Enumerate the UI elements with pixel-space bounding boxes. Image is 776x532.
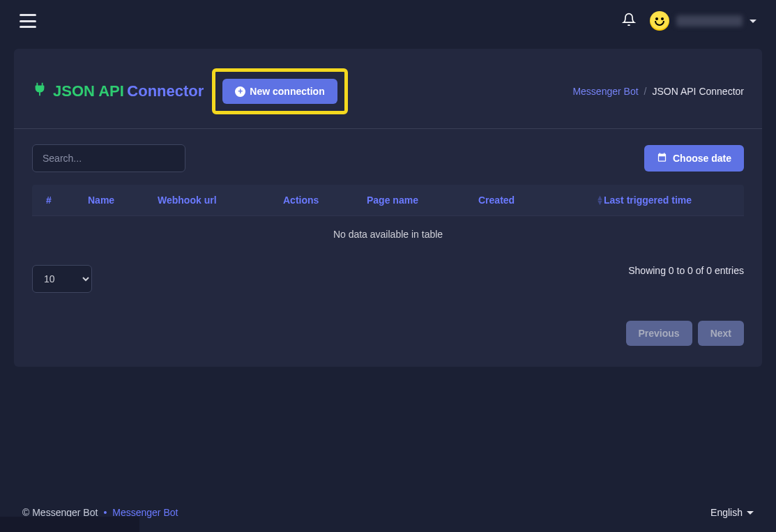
avatar: [650, 11, 669, 31]
top-bar: [0, 0, 776, 42]
table-footer: 10 Showing 0 to 0 of 0 entries: [32, 265, 744, 293]
panel-header: JSON API Connector + New connection Mess…: [14, 49, 762, 129]
breadcrumb-separator: /: [644, 86, 647, 97]
search-input[interactable]: [32, 144, 185, 172]
previous-button[interactable]: Previous: [626, 321, 692, 346]
col-created[interactable]: Created▲▼: [478, 195, 604, 206]
breadcrumb: Messenger Bot / JSON API Connector: [572, 86, 744, 97]
col-actions[interactable]: Actions: [283, 195, 367, 206]
username-text: [676, 15, 743, 26]
chevron-down-icon: [750, 20, 756, 23]
plug-icon: [32, 82, 47, 101]
breadcrumb-parent[interactable]: Messenger Bot: [572, 86, 638, 97]
breadcrumb-current: JSON API Connector: [652, 86, 744, 97]
chevron-down-icon: [747, 511, 754, 515]
new-connection-button[interactable]: + New connection: [222, 79, 337, 104]
col-page-name[interactable]: Page name: [367, 195, 478, 206]
page-size-select[interactable]: 10: [32, 265, 92, 293]
col-webhook[interactable]: Webhook url: [158, 195, 283, 206]
status-bar-overlay: [0, 517, 139, 532]
notifications-bell-icon[interactable]: [622, 13, 636, 30]
col-name[interactable]: Name: [88, 195, 158, 206]
panel-body: Choose date # Name Webhook url Actions P…: [14, 129, 762, 367]
pagination: Previous Next: [32, 321, 744, 346]
entries-info: Showing 0 to 0 of 0 entries: [628, 265, 744, 276]
table-empty-message: No data available in table: [32, 215, 744, 252]
choose-date-button[interactable]: Choose date: [644, 145, 744, 172]
col-index[interactable]: #: [46, 195, 88, 206]
highlight-box: + New connection: [212, 68, 347, 114]
title-part2: Connector: [127, 82, 204, 100]
title-part1: JSON API: [53, 82, 124, 100]
table-header-row: # Name Webhook url Actions Page name Cre…: [32, 185, 744, 215]
plus-circle-icon: +: [235, 86, 245, 97]
menu-toggle-icon[interactable]: [20, 14, 36, 28]
next-button[interactable]: Next: [698, 321, 744, 346]
calendar-icon: [657, 152, 667, 165]
data-table: # Name Webhook url Actions Page name Cre…: [32, 185, 744, 252]
topbar-right: [622, 11, 756, 31]
choose-date-label: Choose date: [673, 153, 731, 164]
toolbar: Choose date: [32, 144, 744, 172]
sort-icon: ▲▼: [596, 195, 604, 205]
new-connection-label: New connection: [250, 86, 324, 97]
col-last-triggered[interactable]: Last triggered time▲▼: [604, 195, 744, 206]
user-menu[interactable]: [650, 11, 756, 31]
language-selector[interactable]: English: [710, 507, 754, 518]
page-title: JSON API Connector: [32, 82, 204, 101]
language-label: English: [710, 507, 743, 518]
main-panel: JSON API Connector + New connection Mess…: [14, 49, 762, 367]
